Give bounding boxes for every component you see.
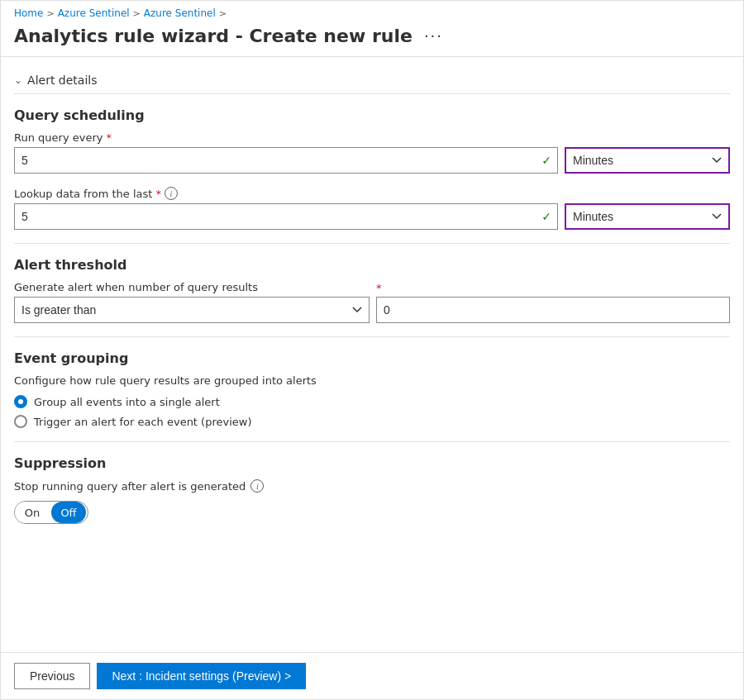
- event-grouping-description: Configure how rule query results are gro…: [14, 374, 730, 387]
- suppression-section: Suppression Stop running query after ale…: [14, 455, 730, 524]
- breadcrumb-sep-1: >: [46, 8, 54, 19]
- suppression-info-icon[interactable]: i: [250, 479, 264, 493]
- collapse-icon: ⌄: [14, 74, 22, 86]
- breadcrumb-sentinel-1[interactable]: Azure Sentinel: [58, 7, 130, 19]
- threshold-required-star: *: [376, 282, 382, 294]
- lookup-data-input[interactable]: [14, 203, 558, 230]
- breadcrumb-sentinel-2[interactable]: Azure Sentinel: [144, 7, 216, 19]
- query-scheduling-title: Query scheduling: [14, 107, 730, 123]
- ellipsis-menu-button[interactable]: ···: [419, 26, 448, 46]
- alert-threshold-title: Alert threshold: [14, 257, 730, 273]
- threshold-divider: [14, 243, 730, 244]
- top-divider: [1, 56, 743, 57]
- alert-threshold-section: Alert threshold Generate alert when numb…: [14, 257, 730, 323]
- lookup-data-unit-wrapper: Minutes Hours Days: [565, 203, 730, 230]
- run-query-required: *: [106, 131, 112, 144]
- event-grouping-section: Event grouping Configure how rule query …: [14, 350, 730, 428]
- lookup-data-required: *: [155, 188, 161, 200]
- run-query-unit-select[interactable]: Minutes Hours Days: [565, 147, 730, 174]
- radio-each-event[interactable]: Trigger an alert for each event (preview…: [14, 415, 730, 428]
- run-query-value-wrapper: ✓: [14, 147, 558, 174]
- breadcrumb-sep-2: >: [133, 8, 141, 19]
- main-content: ⌄ Alert details Query scheduling Run que…: [1, 67, 743, 652]
- lookup-data-unit-select[interactable]: Minutes Hours Days: [565, 203, 730, 230]
- page-title: Analytics rule wizard - Create new rule: [14, 26, 413, 46]
- alert-details-header[interactable]: ⌄ Alert details: [14, 67, 730, 93]
- lookup-data-field-group: Lookup data from the last * i ✓ Minutes …: [14, 187, 730, 230]
- lookup-data-info-icon[interactable]: i: [165, 187, 178, 200]
- lookup-data-inputs: ✓ Minutes Hours Days: [14, 203, 730, 230]
- suppression-divider: [14, 441, 730, 442]
- threshold-value-input[interactable]: [376, 297, 730, 323]
- event-grouping-radio-group: Group all events into a single alert Tri…: [14, 395, 730, 428]
- toggle-on-option[interactable]: On: [15, 502, 50, 523]
- lookup-data-label: Lookup data from the last * i: [14, 187, 730, 200]
- threshold-condition-label: Generate alert when number of query resu…: [14, 281, 730, 293]
- suppression-description: Stop running query after alert is genera…: [14, 479, 730, 493]
- page-title-row: Analytics rule wizard - Create new rule …: [1, 22, 743, 56]
- next-button[interactable]: Next : Incident settings (Preview) >: [97, 663, 306, 689]
- radio-each-event-circle: [14, 415, 27, 428]
- toggle-off-option[interactable]: Off: [51, 502, 86, 523]
- run-query-inputs: ✓ Minutes Hours Days: [14, 147, 730, 174]
- event-grouping-title: Event grouping: [14, 350, 730, 366]
- threshold-value-wrapper: *: [376, 297, 730, 323]
- breadcrumb-sep-3: >: [219, 8, 227, 19]
- run-query-unit-wrapper: Minutes Hours Days: [565, 147, 730, 174]
- run-query-input[interactable]: [14, 147, 558, 174]
- lookup-data-value-wrapper: ✓: [14, 203, 558, 230]
- page-container: Home > Azure Sentinel > Azure Sentinel >…: [0, 0, 744, 700]
- run-query-check-icon: ✓: [541, 154, 551, 167]
- suppression-title: Suppression: [14, 455, 730, 471]
- footer-bar: Previous Next : Incident settings (Previ…: [1, 652, 743, 699]
- radio-single-alert-label: Group all events into a single alert: [34, 396, 220, 408]
- radio-single-alert[interactable]: Group all events into a single alert: [14, 395, 730, 408]
- lookup-data-check-icon: ✓: [541, 210, 551, 223]
- suppression-toggle[interactable]: On Off: [14, 501, 88, 524]
- threshold-condition-wrapper: Is greater than Is less than Is equal to…: [14, 297, 370, 323]
- radio-each-event-label: Trigger an alert for each event (preview…: [34, 416, 252, 428]
- event-grouping-divider: [14, 336, 730, 337]
- threshold-row: Is greater than Is less than Is equal to…: [14, 297, 730, 323]
- run-query-field-group: Run query every * ✓ Minutes Hours Days: [14, 131, 730, 174]
- query-scheduling-section: Query scheduling Run query every * ✓ Min…: [14, 107, 730, 230]
- radio-single-alert-circle: [14, 395, 27, 408]
- threshold-condition-select[interactable]: Is greater than Is less than Is equal to…: [14, 297, 370, 323]
- breadcrumb: Home > Azure Sentinel > Azure Sentinel >: [1, 1, 743, 22]
- run-query-label: Run query every *: [14, 131, 730, 144]
- alert-details-divider: [14, 93, 730, 94]
- breadcrumb-home[interactable]: Home: [14, 7, 43, 19]
- previous-button[interactable]: Previous: [14, 663, 90, 689]
- alert-details-label: Alert details: [27, 74, 97, 87]
